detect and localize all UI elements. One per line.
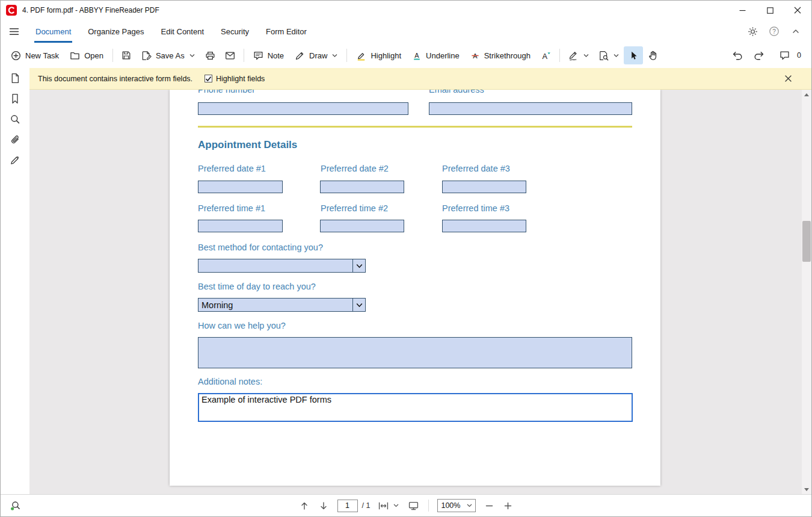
document-viewport[interactable]: Phone number Email address Appointment D…	[29, 90, 802, 494]
zoom-in-button[interactable]	[503, 501, 513, 511]
tab-label: Security	[221, 27, 249, 36]
arrow-down-icon	[319, 501, 328, 510]
triangle-up-icon	[804, 93, 809, 96]
minimize-button[interactable]	[728, 1, 756, 20]
hamburger-icon	[9, 27, 19, 36]
printer-icon	[205, 51, 215, 61]
plus-circle-icon	[11, 51, 21, 61]
open-button[interactable]: Open	[64, 46, 109, 64]
highlight-button[interactable]: Highlight	[351, 46, 407, 64]
underline-button[interactable]: A Underline	[407, 46, 465, 64]
sidebar-item-signature[interactable]	[1, 150, 29, 170]
best-time-value: Morning	[201, 300, 233, 310]
close-icon	[794, 7, 801, 14]
fit-width-button[interactable]	[378, 501, 399, 510]
highlight-fields-checkbox[interactable]: Highlight fields	[205, 75, 265, 83]
tab-security[interactable]: Security	[212, 20, 257, 43]
email-button[interactable]	[220, 46, 240, 64]
notes-textarea[interactable]: Example of interactive PDF forms	[198, 393, 633, 422]
previous-page-button[interactable]	[299, 500, 310, 512]
save-as-icon	[141, 51, 152, 61]
tab-document[interactable]: Document	[27, 20, 79, 43]
minus-icon	[485, 502, 493, 510]
new-task-label: New Task	[25, 51, 59, 60]
sidebar-item-attachments[interactable]	[1, 129, 29, 150]
best-time-select[interactable]: Morning	[198, 298, 366, 312]
tab-edit-content[interactable]: Edit Content	[152, 20, 212, 43]
chevron-down-icon	[393, 504, 399, 507]
signature-button[interactable]	[564, 46, 594, 64]
redo-button[interactable]	[748, 46, 769, 64]
note-label: Note	[268, 51, 284, 60]
svg-text:?: ?	[772, 28, 776, 35]
background-recognition-button[interactable]	[9, 499, 22, 512]
pen-icon	[10, 155, 20, 166]
scroll-up-button[interactable]	[802, 90, 811, 99]
undo-button[interactable]	[727, 46, 748, 64]
save-as-button[interactable]: Save As	[136, 46, 200, 64]
preferred-time-2-field[interactable]	[320, 220, 404, 232]
folder-icon	[70, 51, 80, 61]
note-button[interactable]: Note	[248, 46, 289, 64]
scroll-down-button[interactable]	[802, 484, 811, 494]
draw-label: Draw	[309, 51, 327, 60]
zoom-select[interactable]: 100%	[437, 499, 476, 512]
maximize-button[interactable]	[756, 1, 784, 20]
email-address-label: Email address	[429, 90, 484, 95]
signature-icon	[568, 51, 579, 61]
tab-organize-pages[interactable]: Organize Pages	[79, 20, 152, 43]
preferred-time-3-label: Preferred time #3	[442, 203, 509, 214]
open-label: Open	[84, 51, 103, 60]
tab-label: Form Editor	[266, 27, 307, 36]
notification-close-button[interactable]	[780, 71, 796, 87]
comments-button[interactable]: 0	[774, 46, 807, 64]
settings-button[interactable]	[744, 23, 761, 40]
notes-value: Example of interactive PDF forms	[201, 395, 331, 404]
sidebar-item-search[interactable]	[1, 109, 29, 129]
phone-number-field[interactable]	[198, 102, 408, 115]
main-menu-button[interactable]	[1, 20, 27, 43]
chevron-down-icon[interactable]	[352, 299, 365, 311]
app-window: 4. PDF form.pdf - ABBYY FineReader PDF D…	[0, 0, 812, 517]
font-style-button[interactable]: A	[536, 46, 556, 64]
hand-tool-button[interactable]	[643, 46, 663, 64]
next-page-button[interactable]	[318, 500, 329, 512]
save-icon	[121, 51, 131, 60]
preferred-date-3-field[interactable]	[442, 181, 526, 193]
triangle-down-icon	[804, 488, 809, 491]
fit-page-button[interactable]	[407, 500, 420, 512]
help-textarea[interactable]	[198, 337, 632, 368]
strikethrough-label: Strikethrough	[484, 51, 531, 60]
close-window-button[interactable]	[784, 1, 811, 20]
preferred-date-1-field[interactable]	[198, 181, 283, 193]
draw-button[interactable]: Draw	[289, 46, 343, 64]
preferred-time-1-field[interactable]	[198, 220, 283, 232]
save-button[interactable]	[117, 46, 136, 64]
contact-method-select[interactable]	[198, 259, 366, 273]
section-divider	[198, 126, 632, 128]
new-task-button[interactable]: New Task	[5, 46, 64, 64]
notification-message: This document contains interactive form …	[38, 75, 192, 83]
scrollbar-thumb[interactable]	[802, 221, 811, 262]
magnifier-green-icon	[10, 500, 21, 511]
zoom-out-button[interactable]	[484, 501, 494, 511]
chevron-down-icon	[189, 54, 195, 58]
help-button[interactable]: ?	[766, 23, 783, 40]
email-address-field[interactable]	[429, 102, 632, 115]
tab-form-editor[interactable]: Form Editor	[257, 20, 315, 43]
sidebar-item-bookmarks[interactable]	[1, 88, 29, 109]
select-tool-button[interactable]	[624, 46, 643, 64]
page-number-input[interactable]: 1	[337, 500, 358, 512]
print-button[interactable]	[200, 46, 220, 64]
vertical-scrollbar[interactable]	[802, 90, 811, 494]
search-icon	[10, 114, 20, 125]
tab-label: Organize Pages	[88, 27, 144, 36]
strikethrough-button[interactable]: A Strikethrough	[465, 46, 536, 64]
search-document-button[interactable]	[594, 46, 624, 64]
statusbar: 1 / 1 100%	[1, 494, 811, 516]
preferred-time-3-field[interactable]	[442, 220, 526, 232]
preferred-date-2-field[interactable]	[320, 181, 404, 193]
collapse-ribbon-button[interactable]	[787, 23, 804, 40]
chevron-down-icon[interactable]	[352, 259, 365, 272]
sidebar-item-pages[interactable]	[1, 68, 29, 88]
